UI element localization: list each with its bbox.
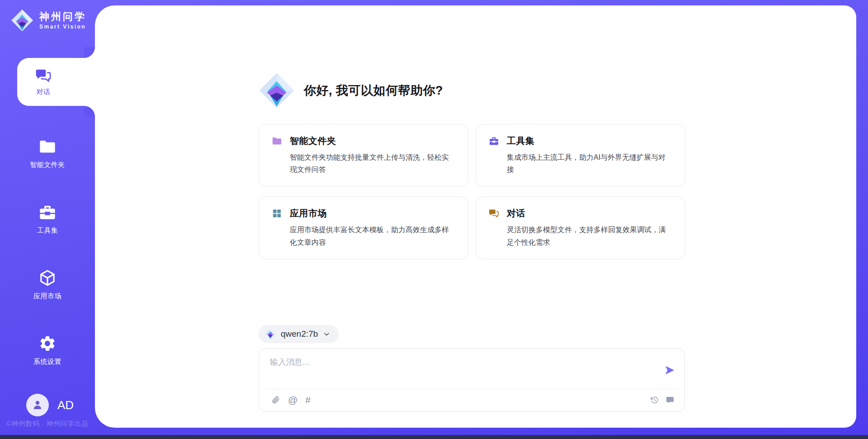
message-input[interactable] <box>270 357 645 383</box>
user-profile[interactable]: AD <box>26 394 74 416</box>
chat-icon <box>35 67 52 84</box>
app-name: 神州问学 <box>39 11 86 22</box>
card-description: 应用市场提供丰富长文本模板，助力高效生成多样化文章内容 <box>290 224 455 248</box>
grid-icon <box>272 208 282 219</box>
greeting: 你好, 我可以如何帮助你? <box>259 72 443 109</box>
sidebar-item-label: 工具集 <box>37 226 58 235</box>
model-logo-icon <box>265 329 276 339</box>
active-tab-fillet-bottom <box>84 106 95 117</box>
hash-button[interactable]: # <box>305 395 311 405</box>
user-name: AD <box>57 398 74 412</box>
mention-icon: @ <box>288 395 297 405</box>
gear-icon <box>38 334 57 353</box>
greeting-text: 你好, 我可以如何帮助你? <box>304 82 443 99</box>
app-subtitle: Smart Vision <box>39 24 86 30</box>
sidebar-item-app-market[interactable]: 应用市场 <box>0 262 95 306</box>
conversation-button[interactable] <box>665 396 675 405</box>
folder-icon <box>272 136 282 146</box>
app-logo-icon <box>11 9 33 32</box>
card-head: 对话 <box>489 207 672 220</box>
card-chat[interactable]: 对话 灵活切换多模型文件，支持多样回复效果调试，满足个性化需求 <box>476 196 685 259</box>
sidebar-item-settings[interactable]: 系统设置 <box>0 328 95 372</box>
card-smart-folder[interactable]: 智能文件夹 智能文件夹功能支持批量文件上传与清洗，轻松实现文件问答 <box>259 124 468 186</box>
send-button[interactable] <box>663 363 676 377</box>
sidebar-item-toolset[interactable]: 工具集 <box>0 197 95 241</box>
comment-icon <box>665 396 675 405</box>
mention-button[interactable]: @ <box>288 395 297 405</box>
send-icon <box>664 364 675 376</box>
card-app-market[interactable]: 应用市场 应用市场提供丰富长文本模板，助力高效生成多样化文章内容 <box>259 196 468 259</box>
history-button[interactable] <box>650 396 659 405</box>
sidebar-item-smart-folder[interactable]: 智能文件夹 <box>0 131 95 175</box>
sidebar-item-label: 系统设置 <box>33 358 61 366</box>
cube-icon <box>38 269 57 287</box>
person-icon <box>31 399 44 411</box>
avatar <box>26 394 49 416</box>
sidebar-item-label: 智能文件夹 <box>30 161 65 169</box>
message-composer: @ # <box>259 348 685 412</box>
composer-tools-left: @ # <box>271 395 311 405</box>
card-title: 工具集 <box>507 135 535 147</box>
card-description: 灵活切换多模型文件，支持多样回复效果调试，满足个性化需求 <box>507 224 672 248</box>
composer-tools-right <box>650 396 675 405</box>
history-icon <box>650 396 659 405</box>
assistant-logo-icon <box>259 72 295 109</box>
card-head: 应用市场 <box>272 207 455 220</box>
main-content-panel: 你好, 我可以如何帮助你? 智能文件夹 智能文件夹功能支持批量文件上传与清洗，轻… <box>95 5 856 428</box>
card-description: 集成市场上主流工具，助力AI与外界无缝扩展与对接 <box>507 151 672 176</box>
hash-icon: # <box>305 395 311 405</box>
card-title: 对话 <box>507 207 525 220</box>
bottom-edge-bar <box>0 435 868 439</box>
sidebar-item-label: 应用市场 <box>33 292 61 301</box>
model-selector[interactable]: qwen2:7b <box>259 325 339 343</box>
sidebar-item-chat[interactable]: 对话 <box>17 58 95 106</box>
chat-icon <box>489 208 499 219</box>
chevron-down-icon <box>323 330 330 338</box>
sidebar-nav: 智能文件夹 工具集 应用市场 系统设置 <box>0 131 95 372</box>
sidebar-item-label: 对话 <box>37 88 51 96</box>
card-toolset[interactable]: 工具集 集成市场上主流工具，助力AI与外界无缝扩展与对接 <box>476 124 685 186</box>
model-name: qwen2:7b <box>281 329 318 339</box>
card-head: 工具集 <box>489 135 672 147</box>
toolbox-icon <box>489 136 499 146</box>
paperclip-icon <box>271 395 280 405</box>
feature-cards: 智能文件夹 智能文件夹功能支持批量文件上传与清洗，轻松实现文件问答 工具集 集成… <box>259 124 685 259</box>
toolbox-icon <box>38 203 57 221</box>
attachment-button[interactable] <box>271 395 280 405</box>
folder-icon <box>38 138 57 156</box>
card-title: 智能文件夹 <box>290 135 336 147</box>
active-tab-fillet-top <box>84 47 95 58</box>
copyright-text: ©神州数码 · 神州问学出品 <box>6 420 88 428</box>
card-head: 智能文件夹 <box>272 135 455 147</box>
app-logo: 神州问学 Smart Vision <box>11 9 86 32</box>
card-title: 应用市场 <box>290 207 327 220</box>
composer-divider <box>267 389 679 389</box>
card-description: 智能文件夹功能支持批量文件上传与清洗，轻松实现文件问答 <box>290 151 455 176</box>
app-logo-text: 神州问学 Smart Vision <box>39 11 86 29</box>
